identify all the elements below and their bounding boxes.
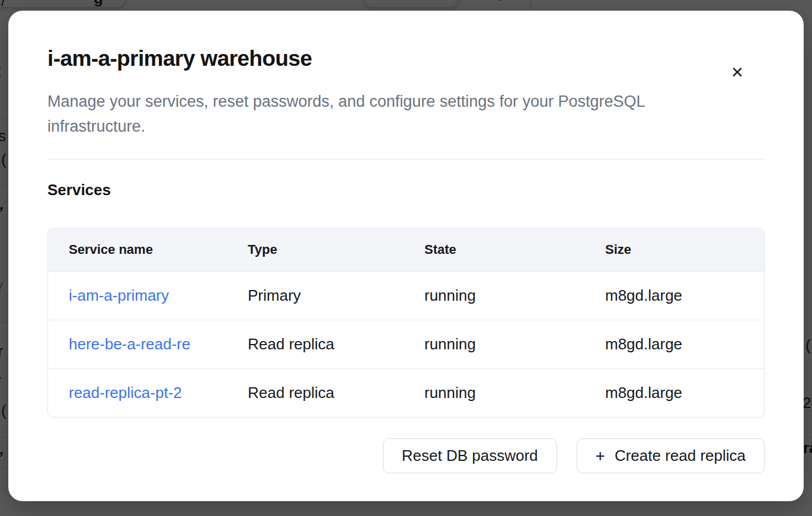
close-button[interactable]: ✕ — [725, 60, 749, 84]
service-link[interactable]: read-replica-pt-2 — [69, 384, 182, 402]
service-state: running — [404, 320, 584, 369]
table-row: here-be-a-read-re Read replica running m… — [48, 320, 764, 369]
service-size: m8gd.large — [584, 272, 764, 320]
column-header-service-name: Service name — [48, 228, 227, 272]
section-divider — [47, 159, 765, 160]
service-state: running — [404, 272, 584, 320]
create-read-replica-button[interactable]: + Create read replica — [577, 438, 765, 473]
column-header-type: Type — [227, 228, 404, 272]
warehouse-dialog: i-am-a-primary warehouse ✕ Manage your s… — [8, 11, 804, 501]
table-header-row: Service name Type State Size — [48, 228, 764, 272]
reset-db-password-button[interactable]: Reset DB password — [383, 438, 557, 473]
service-link[interactable]: here-be-a-read-re — [69, 335, 190, 353]
column-header-state: State — [404, 228, 584, 272]
services-heading: Services — [47, 181, 765, 199]
services-table: Service name Type State Size i-am-a-prim… — [47, 228, 765, 418]
table-row: read-replica-pt-2 Read replica running m… — [48, 369, 764, 418]
service-link[interactable]: i-am-a-primary — [69, 286, 169, 305]
reset-db-password-label: Reset DB password — [402, 447, 538, 465]
dialog-title: i-am-a-primary warehouse — [47, 46, 765, 71]
service-type: Read replica — [227, 320, 404, 369]
service-type: Primary — [227, 272, 404, 320]
create-read-replica-label: Create read replica — [615, 447, 746, 465]
service-size: m8gd.large — [584, 320, 764, 369]
close-icon: ✕ — [731, 63, 744, 81]
dialog-description: Manage your services, reset passwords, a… — [47, 89, 735, 139]
column-header-size: Size — [584, 228, 764, 272]
service-state: running — [404, 369, 584, 418]
dialog-actions: Reset DB password + Create read replica — [47, 438, 765, 473]
table-row: i-am-a-primary Primary running m8gd.larg… — [48, 272, 764, 320]
service-size: m8gd.large — [584, 369, 764, 418]
service-type: Read replica — [227, 369, 404, 418]
plus-icon: + — [596, 448, 605, 464]
